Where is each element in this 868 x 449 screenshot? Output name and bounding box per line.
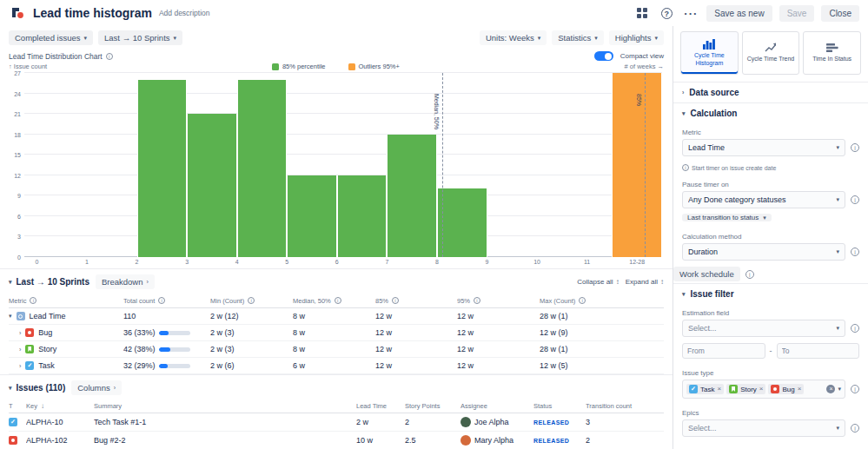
expand-all-button[interactable]: Expand all↕ [626,278,664,286]
chart-x-axis: 0123456789101112-28 [24,257,662,268]
remove-chip-icon[interactable]: × [717,386,721,393]
avatar [461,435,471,446]
issue-type-chip-task[interactable]: Task× [686,384,724,394]
issue-type-chip-bug[interactable]: Bug× [768,384,804,394]
breakdown-button[interactable]: Breakdown› [96,274,155,289]
histogram-bar-2-3[interactable] [137,80,188,257]
compact-view-label: Compact view [620,52,664,60]
estimation-field-select[interactable]: Select...▾ [682,320,845,337]
issue-row[interactable]: ALPHA-10 Tech Task #1-1 2 w 2 Joe Alpha … [9,413,664,432]
tab-time-in-status[interactable]: Time In Status [803,31,861,75]
clear-all-icon[interactable]: × [826,385,835,393]
breakdown-section-title[interactable]: ▾Last → 10 Sprints [9,277,89,287]
info-icon[interactable]: i [392,297,399,304]
percentile-marker-label: Median, 50% [434,94,440,129]
info-icon[interactable]: i [851,248,859,256]
chevron-right-icon[interactable]: › [19,363,21,369]
calculation-method-select[interactable]: Duration▾ [682,243,845,261]
pause-timer-label: Pause timer on [682,181,859,188]
remove-chip-icon[interactable]: × [798,386,802,393]
info-icon[interactable]: i [106,53,113,60]
y-tick-label: 21 [14,111,21,117]
breakdown-row-story[interactable]: ›Story 42 (38%) 2 w (3) 8 w 12 w 12 w 28… [9,341,664,358]
pause-timer-select[interactable]: Any Done category statuses▾ [682,191,845,208]
chevron-down-icon: ▾ [174,35,177,42]
units-dropdown[interactable]: Units: Weeks▾ [480,30,547,45]
info-icon[interactable]: i [851,424,859,432]
info-icon[interactable]: i [851,385,859,393]
histogram-bar-7-8[interactable] [387,135,437,257]
info-icon[interactable]: i [851,324,859,333]
highlights-dropdown[interactable]: Highlights▾ [609,30,664,45]
filter-toolbar: Completed issues▾ Last → 10 Sprints▾ Uni… [0,26,673,49]
histogram-bar-3-4[interactable] [187,114,237,257]
remove-chip-icon[interactable]: × [759,386,764,393]
transition-type-select[interactable]: Last transition to status▾ [682,214,772,221]
y-tick-label: 24 [14,90,21,96]
compact-view-toggle[interactable] [594,51,613,61]
help-icon[interactable]: ? [658,4,675,22]
to-input[interactable] [777,343,860,359]
section-calculation[interactable]: ▾ Calculation [673,102,868,123]
chevron-right-icon[interactable]: › [19,347,21,353]
period-dropdown[interactable]: Last → 10 Sprints▾ [98,30,182,45]
issue-key[interactable]: ALPHA-10 [26,418,94,426]
histogram-bar-4-5[interactable] [237,80,288,257]
columns-button[interactable]: Columns› [71,380,122,395]
issue-summary: Bug #2-2 [94,436,356,445]
work-schedule-button[interactable]: Work schedule [673,267,740,281]
issue-type-chip-story[interactable]: Story× [726,384,765,394]
x-tick-label: 5 [285,259,288,265]
collapse-all-button[interactable]: Collapse all↕ [577,278,619,286]
chevron-down-icon[interactable]: ▾ [9,313,12,320]
issues-section-header: ▾Issues (110) Columns› [0,374,673,399]
story-icon [25,345,34,353]
lead-time-icon [17,312,25,320]
breakdown-row-task[interactable]: ›Task 32 (29%) 2 w (6) 6 w 12 w 12 w 12 … [9,358,664,374]
story-icon [729,385,738,393]
trend-icon [765,43,777,53]
breakdown-row-bug[interactable]: ›Bug 36 (33%) 2 w (3) 8 w 12 w 12 w 12 w… [9,325,664,341]
apps-grid-icon[interactable] [633,4,651,22]
info-icon[interactable]: i [579,297,586,304]
info-icon[interactable]: i [335,297,341,304]
issue-row[interactable]: ALPHA-102 Bug #2-2 10 w 2.5 Mary Alpha R… [9,432,664,449]
completed-issues-dropdown[interactable]: Completed issues▾ [9,30,93,45]
tab-cycle-time-histogram[interactable]: Cycle Time Histogram [680,31,739,75]
metric-select[interactable]: Lead Time▾ [682,139,845,156]
histogram-bar-6-7[interactable] [337,175,388,257]
info-icon[interactable]: i [474,297,480,304]
info-icon[interactable]: i [745,270,754,279]
progress-bar [159,331,190,335]
breakdown-row-lead-time[interactable]: ▾Lead Time 110 2 w (12) 8 w 12 w 12 w 28… [9,308,664,325]
issue-key[interactable]: ALPHA-102 [26,436,94,445]
info-icon[interactable]: i [851,143,859,152]
info-icon[interactable]: i [30,297,36,304]
section-issue-filter[interactable]: ▾ Issue filter [673,283,868,304]
chevron-right-icon: › [147,279,149,285]
info-icon[interactable]: i [851,195,859,204]
from-input[interactable] [682,343,765,359]
info-icon[interactable]: i [158,297,165,304]
breakdown-section-header: ▾Last → 10 Sprints Breakdown› Collapse a… [0,268,673,294]
histogram-bar-8-9[interactable] [437,188,487,257]
section-data-source[interactable]: › Data source [673,82,868,102]
chevron-right-icon[interactable]: › [19,330,21,336]
info-icon[interactable]: i [248,297,255,304]
chart-legend: 85% percentileOutliers 95%+ [47,63,624,70]
statistics-dropdown[interactable]: Statistics▾ [552,30,604,45]
close-button[interactable]: Close [821,5,859,22]
y-tick-label: 6 [17,213,21,219]
key-column-header[interactable]: Key↓ [26,402,94,410]
add-description-button[interactable]: Add description [159,9,210,17]
more-options-icon[interactable]: ··· [682,4,699,22]
legend-item: 85% percentile [272,63,326,70]
save-button[interactable]: Save [779,5,815,22]
epics-select[interactable]: Select...▾ [682,419,845,437]
tab-cycle-time-trend[interactable]: Cycle Time Trend [742,31,800,75]
issues-section-title[interactable]: ▾Issues (110) [9,383,65,393]
issue-type-select[interactable]: Task× Story× Bug× × ▾ [682,380,845,399]
save-as-new-button[interactable]: Save as new [706,5,772,22]
chevron-right-icon: › [114,385,116,391]
histogram-bar-5-6[interactable] [287,175,337,257]
